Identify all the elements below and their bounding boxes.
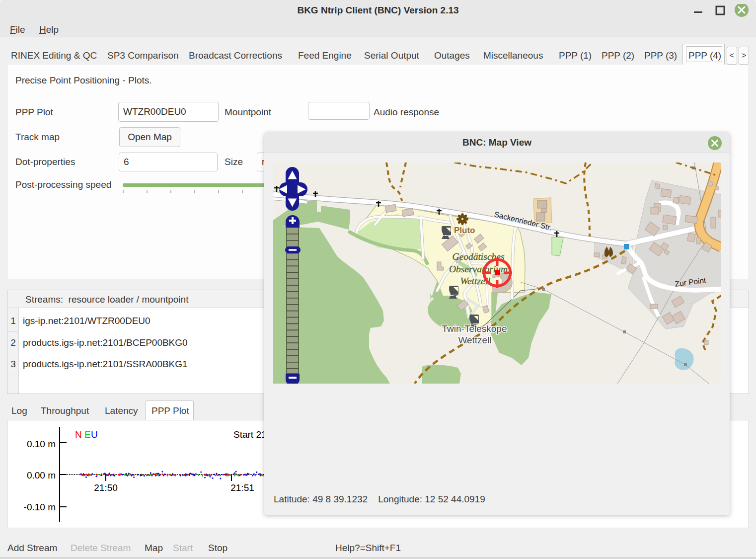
svg-text:0.10 m: 0.10 m [27,439,56,449]
svg-text:0.00 m: 0.00 m [27,470,56,480]
svg-text:Pluto: Pluto [454,226,475,235]
svg-text:N: N [75,429,82,440]
svg-text:21:50: 21:50 [94,482,118,493]
svg-text:E: E [84,429,91,440]
svg-text:U: U [91,429,98,440]
svg-text:Twin-Teleskope: Twin-Teleskope [442,323,507,334]
svg-text:21:51: 21:51 [230,482,254,493]
svg-text:Wettzell: Wettzell [458,335,491,345]
svg-text:-0.10 m: -0.10 m [24,502,56,512]
